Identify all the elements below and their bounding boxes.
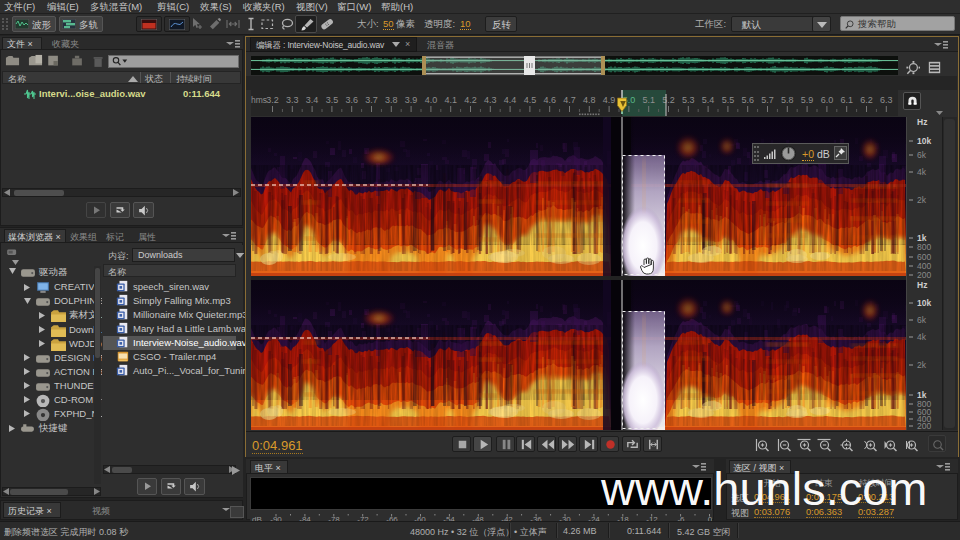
svg-text:5.3: 5.3 xyxy=(682,95,695,105)
svg-text:5.4: 5.4 xyxy=(702,95,715,105)
svg-text:3.6: 3.6 xyxy=(345,95,358,105)
svg-text:5.1: 5.1 xyxy=(642,95,655,105)
svg-text:200: 200 xyxy=(917,421,931,430)
svg-text:4.7: 4.7 xyxy=(563,95,576,105)
svg-text:4.4: 4.4 xyxy=(504,95,517,105)
svg-text:4.1: 4.1 xyxy=(444,95,457,105)
svg-text:6.2: 6.2 xyxy=(860,95,873,105)
svg-text:2k: 2k xyxy=(917,360,927,370)
svg-text:4.9: 4.9 xyxy=(603,95,616,105)
svg-text:200: 200 xyxy=(917,270,931,280)
svg-text:2k: 2k xyxy=(917,195,927,205)
svg-text:10k: 10k xyxy=(917,136,931,146)
svg-text:Hz: Hz xyxy=(917,117,927,127)
svg-text:4.0: 4.0 xyxy=(425,95,438,105)
svg-text:4.2: 4.2 xyxy=(464,95,477,105)
svg-text:4.6: 4.6 xyxy=(543,95,556,105)
svg-text:6k: 6k xyxy=(917,150,927,160)
svg-text:5.5: 5.5 xyxy=(722,95,735,105)
svg-text:5.2: 5.2 xyxy=(662,95,675,105)
svg-text:10k: 10k xyxy=(917,298,931,308)
svg-text:3.4: 3.4 xyxy=(306,95,319,105)
svg-text:5.9: 5.9 xyxy=(801,95,814,105)
svg-text:5.7: 5.7 xyxy=(761,95,774,105)
svg-text:3.5: 3.5 xyxy=(326,95,339,105)
svg-text:hms: hms xyxy=(251,95,267,105)
svg-text:6.1: 6.1 xyxy=(840,95,853,105)
svg-text:4.8: 4.8 xyxy=(583,95,596,105)
svg-text:5.8: 5.8 xyxy=(781,95,794,105)
svg-text:4k: 4k xyxy=(917,167,927,177)
svg-text:5.6: 5.6 xyxy=(741,95,754,105)
svg-text:4.5: 4.5 xyxy=(524,95,537,105)
svg-text:3.8: 3.8 xyxy=(385,95,398,105)
svg-text:800: 800 xyxy=(917,242,931,252)
svg-text:6.3: 6.3 xyxy=(880,95,893,105)
svg-text:6.0: 6.0 xyxy=(821,95,834,105)
svg-text:6k: 6k xyxy=(917,315,927,325)
svg-text:4.3: 4.3 xyxy=(484,95,497,105)
svg-text:3.3: 3.3 xyxy=(286,95,299,105)
svg-text:Hz: Hz xyxy=(917,280,927,290)
svg-text:3.2: 3.2 xyxy=(266,95,279,105)
svg-text:3.7: 3.7 xyxy=(365,95,378,105)
svg-text:3.9: 3.9 xyxy=(405,95,418,105)
svg-text:4k: 4k xyxy=(917,332,927,342)
